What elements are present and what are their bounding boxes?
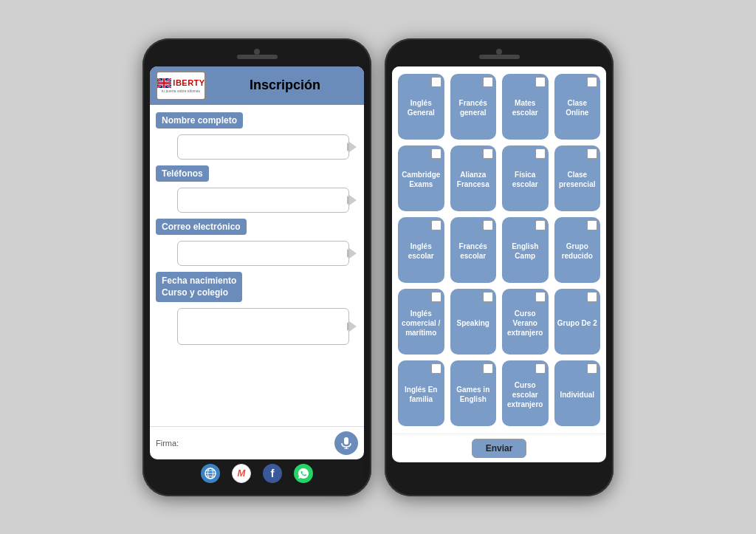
course-card-ingles-escolar[interactable]: Inglés escolar [398, 217, 444, 283]
course-label-speaking: Speaking [457, 318, 489, 328]
field-nombre-wrapper [177, 134, 349, 160]
course-checkbox-speaking[interactable] [483, 292, 493, 302]
course-checkbox-frances-escolar[interactable] [483, 220, 493, 230]
course-card-ingles-comercial[interactable]: Inglés comercial / marítimo [398, 289, 444, 355]
course-label-grupo-reducido: Grupo reducido [557, 242, 598, 261]
course-label-ingles-general: Inglés General [401, 98, 441, 117]
course-checkbox-individual[interactable] [587, 363, 597, 374]
course-card-curso-verano[interactable]: Curso Verano extranjero [502, 289, 549, 355]
microphone-icon [341, 437, 351, 449]
course-card-individual[interactable]: Individual [554, 360, 601, 426]
left-phone-speaker [254, 49, 260, 55]
course-label-ingles-familia: Inglés En familia [401, 385, 441, 404]
phone-speaker-left [237, 55, 278, 59]
course-checkbox-frances-general[interactable] [483, 77, 493, 87]
course-card-alianza-francesa[interactable]: Alianza Francesa [450, 146, 497, 211]
left-header: IBERTY tu puerta sobre idiomas Inscripci… [150, 66, 364, 105]
course-card-ingles-general[interactable]: Inglés General [398, 74, 444, 140]
course-card-clase-presencial[interactable]: Clase presencial [554, 146, 601, 211]
phones-container: IBERTY tu puerta sobre idiomas Inscripci… [135, 31, 621, 504]
field-fecha-label: Fecha nacimiento Curso y colegio [156, 272, 242, 303]
globe-icon[interactable] [201, 464, 220, 483]
course-checkbox-ingles-familia[interactable] [431, 363, 441, 374]
course-card-frances-escolar[interactable]: Francés escolar [450, 217, 497, 283]
gmail-icon[interactable]: M [232, 464, 251, 483]
course-label-alianza-francesa: Alianza Francesa [453, 170, 494, 189]
course-card-english-camp[interactable]: English Camp [502, 217, 549, 283]
course-checkbox-clase-presencial[interactable] [587, 148, 597, 159]
right-phone-screen: Inglés GeneralFrancés generalMates escol… [392, 66, 606, 462]
whatsapp-icon[interactable] [294, 464, 313, 483]
left-screen-body: Nombre completo Teléfonos Correo electró… [150, 105, 364, 426]
enviar-button[interactable]: Enviar [472, 439, 527, 458]
uk-flag-icon [157, 78, 171, 88]
fecha-arrow [349, 321, 357, 332]
course-label-curso-escolar: Curso escolar extranjero [505, 380, 546, 409]
course-card-curso-escolar[interactable]: Curso escolar extranjero [502, 360, 549, 426]
right-phone: Inglés GeneralFrancés generalMates escol… [385, 38, 614, 496]
liberty-logo-text: IBERTY [173, 78, 205, 87]
field-nombre-label: Nombre completo [156, 112, 243, 129]
course-label-individual: Individual [560, 390, 594, 400]
course-card-mates-escolar[interactable]: Mates escolar [502, 74, 549, 140]
course-card-games-english[interactable]: Games in English [450, 360, 497, 426]
nombre-input[interactable] [177, 134, 349, 160]
firma-bar: Firma: [150, 426, 364, 459]
course-checkbox-fisica-escolar[interactable] [535, 148, 546, 159]
field-telefonos-wrapper [177, 188, 349, 213]
liberty-logo-subtitle: tu puerta sobre idiomas [162, 89, 200, 93]
mic-button[interactable] [334, 431, 358, 455]
field-telefonos-label: Teléfonos [156, 165, 209, 182]
course-checkbox-alianza-francesa[interactable] [483, 148, 493, 159]
course-checkbox-games-english[interactable] [483, 363, 493, 374]
course-card-frances-general[interactable]: Francés general [450, 74, 497, 140]
correo-arrow [349, 248, 357, 259]
course-checkbox-cambridge-exams[interactable] [431, 148, 441, 159]
course-checkbox-ingles-escolar[interactable] [431, 220, 441, 230]
course-checkbox-clase-online[interactable] [587, 77, 597, 87]
course-checkbox-curso-verano[interactable] [535, 292, 546, 302]
course-label-frances-escolar: Francés escolar [453, 242, 494, 261]
phone-speaker-right [479, 55, 520, 59]
bottom-icons: M f [201, 459, 313, 485]
right-screen-footer: Enviar [392, 434, 606, 462]
course-label-clase-online: Clase Online [557, 98, 598, 117]
nombre-arrow [349, 142, 357, 152]
course-card-fisica-escolar[interactable]: Física escolar [502, 146, 549, 211]
course-card-grupo-de-2[interactable]: Grupo De 2 [554, 289, 601, 355]
svg-rect-1 [344, 437, 348, 445]
course-checkbox-grupo-de-2[interactable] [587, 292, 597, 302]
course-checkbox-ingles-comercial[interactable] [431, 292, 441, 302]
telefonos-arrow [349, 195, 357, 205]
course-label-fisica-escolar: Física escolar [505, 170, 546, 189]
course-checkbox-english-camp[interactable] [535, 220, 546, 230]
course-label-clase-presencial: Clase presencial [557, 170, 598, 189]
course-card-cambridge-exams[interactable]: Cambridge Exams [398, 146, 444, 211]
field-fecha-wrapper [177, 308, 349, 345]
fecha-input[interactable] [177, 308, 349, 345]
right-screen-body: Inglés GeneralFrancés generalMates escol… [392, 66, 606, 434]
course-card-ingles-familia[interactable]: Inglés En familia [398, 360, 444, 426]
inscripcion-title: Inscripción [212, 78, 358, 93]
course-label-ingles-escolar: Inglés escolar [401, 242, 441, 261]
course-checkbox-ingles-general[interactable] [431, 77, 441, 87]
course-label-games-english: Games in English [453, 385, 494, 404]
course-checkbox-mates-escolar[interactable] [535, 77, 546, 87]
course-label-english-camp: English Camp [505, 242, 546, 261]
liberty-logo: IBERTY tu puerta sobre idiomas [156, 71, 206, 100]
course-label-curso-verano: Curso Verano extranjero [505, 309, 546, 338]
right-phone-speaker [496, 49, 502, 55]
facebook-icon[interactable]: f [263, 464, 282, 483]
course-checkbox-curso-escolar[interactable] [535, 363, 546, 374]
course-card-speaking[interactable]: Speaking [450, 289, 497, 355]
correo-input[interactable] [177, 241, 349, 266]
liberty-logo-top: IBERTY [157, 78, 205, 88]
course-checkbox-grupo-reducido[interactable] [587, 220, 597, 230]
course-label-frances-general: Francés general [453, 98, 494, 117]
course-label-cambridge-exams: Cambridge Exams [401, 170, 441, 189]
field-correo-wrapper [177, 241, 349, 266]
telefonos-input[interactable] [177, 188, 349, 213]
course-card-grupo-reducido[interactable]: Grupo reducido [554, 217, 601, 283]
firma-label: Firma: [156, 439, 329, 448]
course-card-clase-online[interactable]: Clase Online [554, 74, 601, 140]
